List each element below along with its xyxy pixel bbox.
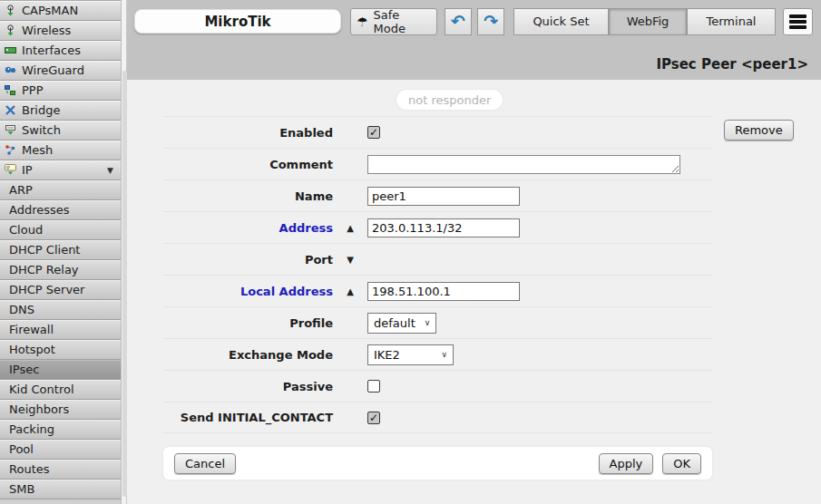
sidebar-item-ip[interactable]: IP ▼: [0, 160, 121, 180]
page-title: IPsec Peer <peer1>: [656, 56, 808, 73]
sidebar-subitem-label: Hotspot: [9, 343, 55, 356]
sidebar-subitem-label: Packing: [9, 422, 54, 436]
profile-row: Profile default ∨: [163, 306, 712, 338]
safe-mode-button[interactable]: ☂ Safe Mode: [350, 8, 437, 35]
exchange-mode-row: Exchange Mode IKE2 ∨: [163, 338, 712, 370]
quick-set-button[interactable]: Quick Set: [513, 8, 609, 35]
sidebar-item-switch[interactable]: Switch: [0, 121, 121, 141]
menu-icon: [789, 25, 806, 29]
sidebar: CAPsMAN Wireless Interfaces WireGuard PP…: [0, 0, 121, 504]
address-input[interactable]: [367, 218, 520, 237]
address-label: Address: [163, 221, 333, 235]
comment-input[interactable]: [367, 155, 680, 174]
sidebar-item-smb[interactable]: SMB: [0, 480, 121, 499]
ppp-icon: [5, 84, 16, 96]
passive-label: Passive: [163, 380, 333, 393]
menu-icon: [789, 15, 806, 18]
switch-icon: [5, 124, 16, 136]
send-initial-contact-row: Send INITIAL_CONTACT ✓: [163, 402, 712, 433]
sidebar-item-routes[interactable]: Routes: [0, 460, 121, 480]
webfig-button[interactable]: WebFig: [609, 8, 687, 35]
chevron-down-icon: ∨: [441, 350, 447, 359]
local-address-row: Local Address ▲: [163, 275, 712, 306]
ok-button[interactable]: OK: [662, 453, 701, 474]
sidebar-item-dns[interactable]: DNS: [0, 300, 121, 320]
sidebar-item-wireguard[interactable]: WireGuard: [0, 61, 121, 81]
header-toolbar: MikroTik ☂ Safe Mode ↶ ↷ Quick Set WebFi…: [127, 0, 821, 43]
redo-icon: ↷: [484, 13, 498, 30]
interface-card-icon: [5, 44, 16, 56]
webfig-label: WebFig: [627, 15, 670, 28]
sidebar-subitem-label: Kid Control: [9, 383, 74, 396]
collapse-toggle-icon[interactable]: ▲: [333, 286, 367, 296]
sidebar-subitem-label: ARP: [9, 183, 33, 197]
sidebar-subitem-label: DHCP Server: [9, 283, 84, 296]
cancel-button[interactable]: Cancel: [174, 453, 236, 474]
sidebar-item-interfaces[interactable]: Interfaces: [0, 41, 121, 61]
terminal-button[interactable]: Terminal: [687, 8, 776, 35]
address-row: Address ▲: [163, 211, 712, 243]
mesh-icon: [5, 144, 16, 156]
sidebar-item-cloud[interactable]: Cloud: [0, 220, 121, 240]
sidebar-item-wireless[interactable]: Wireless: [0, 21, 121, 41]
sidebar-item-label: CAPsMAN: [22, 4, 78, 17]
apply-button[interactable]: Apply: [599, 453, 654, 474]
sidebar-item-label: Wireless: [22, 24, 71, 37]
collapse-toggle-icon[interactable]: ▲: [333, 223, 367, 233]
exchange-mode-selected-value: IKE2: [374, 348, 400, 362]
sidebar-item-ppp[interactable]: PPP: [0, 81, 121, 101]
ipsec-peer-form: Enabled ✓ Comment Name Address ▲: [163, 116, 712, 433]
undo-button[interactable]: ↶: [445, 8, 472, 35]
sidebar-item-packing[interactable]: Packing: [0, 420, 121, 440]
local-address-input[interactable]: [367, 282, 520, 301]
sidebar-item-dhcp-server[interactable]: DHCP Server: [0, 280, 121, 300]
sidebar-item-label: Switch: [22, 123, 61, 137]
sidebar-item-addresses[interactable]: Addresses: [0, 200, 121, 220]
antenna-icon: [5, 5, 16, 16]
main-content: not responder Enabled ✓ Comment Name: [127, 80, 821, 504]
sidebar-item-label: Bridge: [22, 103, 60, 117]
sidebar-item-arp[interactable]: ARP: [0, 180, 121, 200]
sidebar-item-bridge[interactable]: Bridge: [0, 101, 121, 121]
mikrotik-logo-button[interactable]: MikroTik: [134, 9, 341, 34]
brand-label: MikroTik: [204, 14, 270, 30]
check-icon: ✓: [369, 127, 378, 138]
enabled-checkbox[interactable]: ✓: [367, 126, 380, 139]
sidebar-item-dhcp-relay[interactable]: DHCP Relay: [0, 260, 121, 280]
sidebar-subitem-label: DHCP Client: [9, 243, 80, 257]
sidebar-item-pool[interactable]: Pool: [0, 440, 121, 460]
sidebar-subitem-label: DHCP Relay: [9, 263, 79, 276]
sidebar-item-label: PPP: [22, 83, 44, 97]
sidebar-item-mesh[interactable]: Mesh: [0, 141, 121, 160]
sidebar-subitem-label: Routes: [9, 462, 50, 476]
redo-button[interactable]: ↷: [477, 8, 504, 35]
form-actions-bar: Cancel Apply OK: [163, 447, 712, 480]
expand-toggle-icon[interactable]: ▼: [333, 255, 367, 265]
sidebar-scrollbar[interactable]: [121, 0, 127, 504]
sidebar-subitem-label: SMB: [9, 482, 34, 496]
sidebar-subitem-label: Pool: [9, 442, 34, 456]
sidebar-item-kid-control[interactable]: Kid Control: [0, 380, 121, 400]
sidebar-item-ipsec[interactable]: IPsec: [0, 360, 121, 380]
enabled-row: Enabled ✓: [163, 116, 712, 148]
hamburger-menu-button[interactable]: [783, 8, 813, 35]
ip-label-icon: [5, 164, 16, 176]
remove-button[interactable]: Remove: [724, 120, 794, 141]
send-initial-contact-checkbox[interactable]: ✓: [367, 412, 380, 424]
umbrella-icon: ☂: [357, 15, 368, 29]
name-label: Name: [163, 189, 333, 203]
sidebar-item-capsman[interactable]: CAPsMAN: [0, 1, 121, 21]
sidebar-subitem-label: IPsec: [9, 363, 39, 376]
sidebar-item-firewall[interactable]: Firewall: [0, 320, 121, 340]
sidebar-item-dhcp-client[interactable]: DHCP Client: [0, 240, 121, 260]
port-label: Port: [163, 253, 333, 267]
passive-checkbox[interactable]: [367, 380, 380, 393]
sidebar-item-hotspot[interactable]: Hotspot: [0, 340, 121, 360]
profile-select[interactable]: default ∨: [367, 313, 436, 334]
safe-mode-label: Safe Mode: [374, 8, 431, 35]
sidebar-item-neighbors[interactable]: Neighbors: [0, 400, 121, 420]
chevron-down-icon[interactable]: ▼: [107, 166, 117, 175]
name-input[interactable]: [367, 187, 520, 206]
exchange-mode-select[interactable]: IKE2 ∨: [367, 344, 454, 365]
header: MikroTik ☂ Safe Mode ↶ ↷ Quick Set WebFi…: [127, 0, 821, 80]
